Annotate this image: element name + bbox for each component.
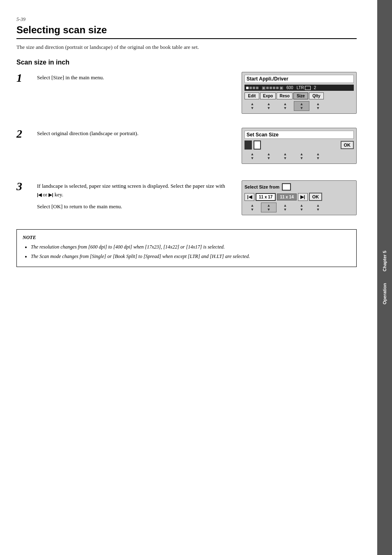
step-3-number: 3 <box>16 180 33 193</box>
prev-key: |◀ <box>37 192 42 197</box>
dot-7 <box>273 87 275 89</box>
s2-arrow-1: ▲▼ <box>244 151 260 161</box>
edit-button[interactable]: Edit <box>244 92 259 99</box>
next-nav-button[interactable]: ▶| <box>298 193 308 201</box>
step-3-panel: Select Size from |◀ 11 x 17 11 x 14 ▶| O… <box>242 180 357 215</box>
portrait-icon[interactable] <box>254 140 261 150</box>
step-3-panel-header: Select Size from <box>244 183 354 191</box>
size-11x14-button[interactable]: 11 x 14 <box>277 193 296 200</box>
expo-button[interactable]: Expo <box>260 92 276 99</box>
step-1: 1 Select [Size] in the main menu. Start … <box>16 72 357 118</box>
dot-1 <box>246 87 249 89</box>
step-3-arrows-row: ▲▼ ▲▼ ▲▼ ▲▼ ▲▼ <box>244 203 354 212</box>
step-2-ok-button[interactable]: OK <box>341 141 354 149</box>
qlty-button[interactable]: Qlty <box>309 92 324 99</box>
up-arrow-3: ▲▼ <box>284 102 287 110</box>
step-2: 2 Select original direction (landscape o… <box>16 128 357 168</box>
landscape-selected-icon[interactable] <box>244 140 252 150</box>
dot-2 <box>249 87 252 89</box>
section-title: Scan size in inch <box>16 59 357 66</box>
size-11x17-button[interactable]: 11 x 17 <box>256 193 276 201</box>
page-title: Selecting scan size <box>16 24 357 39</box>
tape-icon-2: ▣ <box>279 85 283 90</box>
dot-4 <box>256 87 258 89</box>
prev-nav-button[interactable]: |◀ <box>244 193 254 201</box>
next-key: ▶| <box>48 192 53 197</box>
step-1-panel-title: Start Appli./Driver <box>244 75 354 83</box>
dot-8 <box>276 87 279 89</box>
step-1-ui: Start Appli./Driver ▣ <box>242 72 357 118</box>
step-2-ui: Set Scan Size OK ▲▼ ▲▼ <box>242 128 357 168</box>
step-2-panel-title: Set Scan Size <box>244 131 354 139</box>
s2-arrow-5: ▲▼ <box>310 151 326 161</box>
step-3-ui: Select Size from |◀ 11 x 17 11 x 14 ▶| O… <box>242 180 357 219</box>
arrow-3: ▲▼ <box>277 101 293 111</box>
s3-arrow-1: ▲▼ <box>244 203 260 212</box>
s3-arrow-4: ▲▼ <box>294 203 309 212</box>
s2-arrow-3: ▲▼ <box>277 151 293 161</box>
s3-arrow-5: ▲▼ <box>310 203 326 212</box>
landscape-size-icon <box>282 183 291 191</box>
arrow-1: ▲▼ <box>244 101 260 111</box>
up-arrow-1: ▲▼ <box>251 102 254 110</box>
note-list: The resolution changes from [600 dpi] to… <box>23 243 350 260</box>
note-item-2: The Scan mode changes from [Single] or [… <box>31 253 350 260</box>
step-1-buttons-row: Edit Expo Reso Size Qlty <box>244 92 354 99</box>
page-number: 5-39 <box>16 16 357 23</box>
step-1-text: Select [Size] in the main menu. <box>37 72 233 82</box>
up-arrow-2: ▲▼ <box>267 102 271 110</box>
dot-3 <box>253 87 255 89</box>
step-3-ok-button[interactable]: OK <box>309 193 323 201</box>
note-box: NOTE The resolution changes from [600 dp… <box>16 229 357 267</box>
step-3: 3 If landscape is selected, paper size s… <box>16 180 357 219</box>
step-1-number: 1 <box>16 72 33 85</box>
tape-icon: ▣ <box>262 85 265 90</box>
select-size-row: |◀ 11 x 17 11 x 14 ▶| OK <box>244 193 354 201</box>
chapter-label: Chapter 5 <box>382 251 387 272</box>
ltr-label: LTR <box>297 85 304 90</box>
step-2-text: Select original direction (landscape or … <box>37 128 233 138</box>
scan-size-row: OK <box>244 140 354 150</box>
s3-arrow-3: ▲▼ <box>277 203 293 212</box>
step-2-arrows-row: ▲▼ ▲▼ ▲▼ ▲▼ ▲▼ <box>244 151 354 161</box>
step-1-status-bar: ▣ ▣ 600 LTR 2 <box>244 85 354 91</box>
dot-5 <box>266 87 269 89</box>
arrow-5: ▲▼ <box>310 101 326 111</box>
intro-text: The size and direction (portrait or land… <box>16 44 357 51</box>
arrow-2: ▲▼ <box>261 101 277 111</box>
arrow-4: ▲▼ <box>294 101 309 111</box>
ltr-rect <box>305 86 311 90</box>
status-count: 2 <box>314 85 316 90</box>
status-ltr: LTR <box>295 85 311 90</box>
dot-6 <box>270 87 272 89</box>
up-arrow-4: ▲▼ <box>300 102 304 110</box>
size-button[interactable]: Size <box>293 92 308 99</box>
s2-arrow-2: ▲▼ <box>261 151 277 161</box>
s2-arrow-4: ▲▼ <box>294 151 309 161</box>
step-3-text: If landscape is selected, paper size set… <box>37 180 233 214</box>
step-1-arrows-row: ▲▼ ▲▼ ▲▼ ▲▼ ▲▼ <box>244 101 354 111</box>
side-tab: Chapter 5 Operation <box>377 0 392 555</box>
note-title: NOTE <box>23 234 350 242</box>
select-size-label: Select Size from <box>244 184 279 189</box>
step-1-panel: Start Appli./Driver ▣ <box>242 72 357 114</box>
up-arrow-5: ▲▼ <box>316 102 320 110</box>
operation-label: Operation <box>382 283 387 304</box>
status-icons: ▣ ▣ <box>246 85 283 90</box>
reso-button[interactable]: Reso <box>277 92 292 99</box>
note-item-1: The resolution changes from [600 dpi] to… <box>31 243 350 251</box>
s3-arrow-2: ▲▼ <box>261 203 277 212</box>
status-600: 600 <box>286 85 293 90</box>
step-2-panel: Set Scan Size OK ▲▼ ▲▼ <box>242 128 357 164</box>
step-2-number: 2 <box>16 128 33 140</box>
